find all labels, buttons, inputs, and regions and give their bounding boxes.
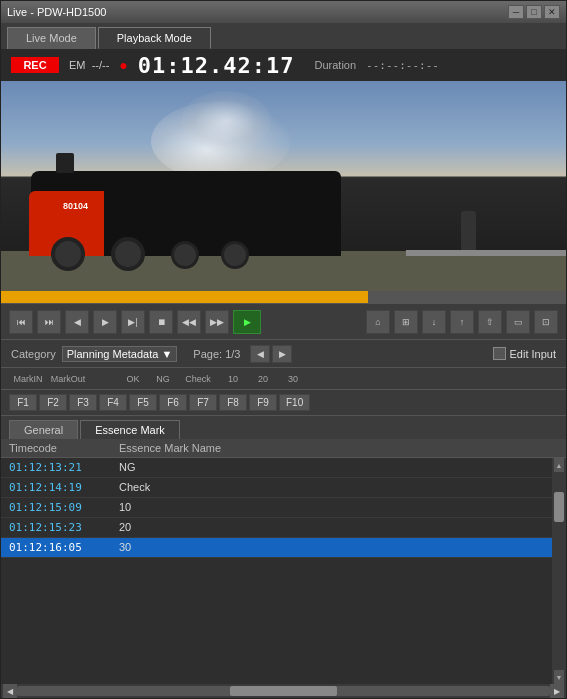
td-name: NG — [119, 461, 544, 474]
check-header: Check — [179, 374, 217, 384]
table-with-scrollbar: 01:12:13:21 NG 01:12:14:19 Check 01:12:1… — [1, 458, 566, 684]
timeline-bar[interactable] — [1, 291, 566, 303]
wheel-1 — [51, 237, 85, 271]
stop-button[interactable]: ⏹ — [149, 310, 173, 334]
th-timecode: Timecode — [9, 442, 119, 454]
td-name: Check — [119, 481, 544, 494]
ng-header: NG — [149, 374, 177, 384]
category-dropdown[interactable]: Planning Metadata ▼ — [62, 346, 178, 362]
rec-badge: REC — [11, 57, 59, 73]
table-row-selected[interactable]: 01:12:16:05 30 — [1, 538, 552, 558]
th-name: Essence Mark Name — [119, 442, 558, 454]
f4-button[interactable]: F4 — [99, 394, 127, 411]
transport-controls: ⏮ ⏭ ◀ ▶ ▶| ⏹ ◀◀ ▶▶ ▶ ⌂ ⊞ ↓ ↑ ⇧ ▭ ⊡ — [1, 303, 566, 339]
table-body: 01:12:13:21 NG 01:12:14:19 Check 01:12:1… — [1, 458, 552, 684]
td-timecode: 01:12:13:21 — [9, 461, 119, 474]
page-next-button[interactable]: ▶ — [272, 345, 292, 363]
download-button[interactable]: ↓ — [422, 310, 446, 334]
function-keys-row: F1 F2 F3 F4 F5 F6 F7 F8 F9 F10 — [1, 389, 566, 415]
maximize-button[interactable]: □ — [526, 5, 542, 19]
page-prev-button[interactable]: ◀ — [250, 345, 270, 363]
function-keys-headers: MarkIN MarkOut OK NG Check 10 20 30 — [1, 367, 566, 389]
f2-button[interactable]: F2 — [39, 394, 67, 411]
page-label: Page: 1/3 — [193, 348, 240, 360]
td-timecode: 01:12:15:09 — [9, 501, 119, 514]
td-name: 20 — [119, 521, 544, 534]
chimney — [56, 153, 74, 173]
f10-button[interactable]: F10 — [279, 394, 310, 411]
send-button[interactable]: ⇧ — [478, 310, 502, 334]
twenty-header: 20 — [249, 374, 277, 384]
wheel-4 — [221, 241, 249, 269]
tab-playback[interactable]: Playback Mode — [98, 27, 211, 49]
tab-essence-mark[interactable]: Essence Mark — [80, 420, 180, 439]
close-button[interactable]: ✕ — [544, 5, 560, 19]
vertical-scrollbar[interactable]: ▲ ▼ — [552, 458, 566, 684]
table-area: Timecode Essence Mark Name 01:12:13:21 N… — [1, 439, 566, 698]
f7-button[interactable]: F7 — [189, 394, 217, 411]
f5-button[interactable]: F5 — [129, 394, 157, 411]
record-play-button[interactable]: ▶ — [233, 310, 261, 334]
td-name: 30 — [119, 541, 544, 554]
table-row[interactable]: 01:12:15:23 20 — [1, 518, 552, 538]
home-button[interactable]: ⌂ — [366, 310, 390, 334]
upload-button[interactable]: ↑ — [450, 310, 474, 334]
tab-general[interactable]: General — [9, 420, 78, 439]
steam-cloud-2 — [181, 91, 271, 151]
f8-button[interactable]: F8 — [219, 394, 247, 411]
f3-button[interactable]: F3 — [69, 394, 97, 411]
scroll-down-button[interactable]: ▼ — [554, 670, 564, 684]
edit-input-checkbox[interactable] — [493, 347, 506, 360]
video-frame: 80104 — [1, 81, 566, 291]
rewind-button[interactable]: ◀◀ — [177, 310, 201, 334]
title-bar: Live - PDW-HD1500 ─ □ ✕ — [1, 1, 566, 23]
step-fwd-button[interactable]: ▶| — [121, 310, 145, 334]
table-header: Timecode Essence Mark Name — [1, 439, 566, 458]
hscroll-left-button[interactable]: ◀ — [3, 684, 17, 698]
f9-button[interactable]: F9 — [249, 394, 277, 411]
table-row[interactable]: 01:12:13:21 NG — [1, 458, 552, 478]
train-number: 80104 — [63, 201, 88, 211]
thirty-header: 30 — [279, 374, 307, 384]
hscroll-right-button[interactable]: ▶ — [550, 684, 564, 698]
play-button[interactable]: ▶ — [93, 310, 117, 334]
extra-button[interactable]: ⊡ — [534, 310, 558, 334]
hscroll-track[interactable] — [17, 686, 550, 696]
step-back-button[interactable]: ◀ — [65, 310, 89, 334]
markin-header: MarkIN — [9, 374, 47, 384]
window-controls: ─ □ ✕ — [508, 5, 560, 19]
scroll-thumb[interactable] — [554, 492, 564, 522]
ground — [1, 251, 566, 291]
grid-button[interactable]: ⊞ — [394, 310, 418, 334]
view-button[interactable]: ▭ — [506, 310, 530, 334]
f6-button[interactable]: F6 — [159, 394, 187, 411]
f1-button[interactable]: F1 — [9, 394, 37, 411]
table-row[interactable]: 01:12:14:19 Check — [1, 478, 552, 498]
markout-header: MarkOut — [49, 374, 87, 384]
go-end-button[interactable]: ⏭ — [37, 310, 61, 334]
duration-value: --:--:--:-- — [366, 59, 439, 72]
platform-edge — [406, 250, 566, 256]
horizontal-scrollbar[interactable]: ◀ ▶ — [1, 684, 566, 698]
page-nav: ◀ ▶ — [250, 345, 292, 363]
wheel-2 — [111, 237, 145, 271]
ffwd-button[interactable]: ▶▶ — [205, 310, 229, 334]
go-start-button[interactable]: ⏮ — [9, 310, 33, 334]
category-row: Category Planning Metadata ▼ Page: 1/3 ◀… — [1, 339, 566, 367]
scroll-up-button[interactable]: ▲ — [554, 458, 564, 472]
status-bar: REC EM --/-- ● 01:12.42:17 Duration --:-… — [1, 49, 566, 81]
tab-live[interactable]: Live Mode — [7, 27, 96, 49]
duration-label: Duration — [315, 59, 357, 71]
window-title: Live - PDW-HD1500 — [7, 6, 106, 18]
table-row[interactable]: 01:12:15:09 10 — [1, 498, 552, 518]
td-timecode: 01:12:16:05 — [9, 541, 119, 554]
category-label: Category — [11, 348, 56, 360]
wheel-3 — [171, 241, 199, 269]
minimize-button[interactable]: ─ — [508, 5, 524, 19]
em-label: EM --/-- — [69, 59, 109, 71]
ok-header: OK — [119, 374, 147, 384]
timecode-display: 01:12.42:17 — [138, 53, 295, 78]
td-timecode: 01:12:14:19 — [9, 481, 119, 494]
hscroll-thumb[interactable] — [230, 686, 337, 696]
td-name: 10 — [119, 501, 544, 514]
